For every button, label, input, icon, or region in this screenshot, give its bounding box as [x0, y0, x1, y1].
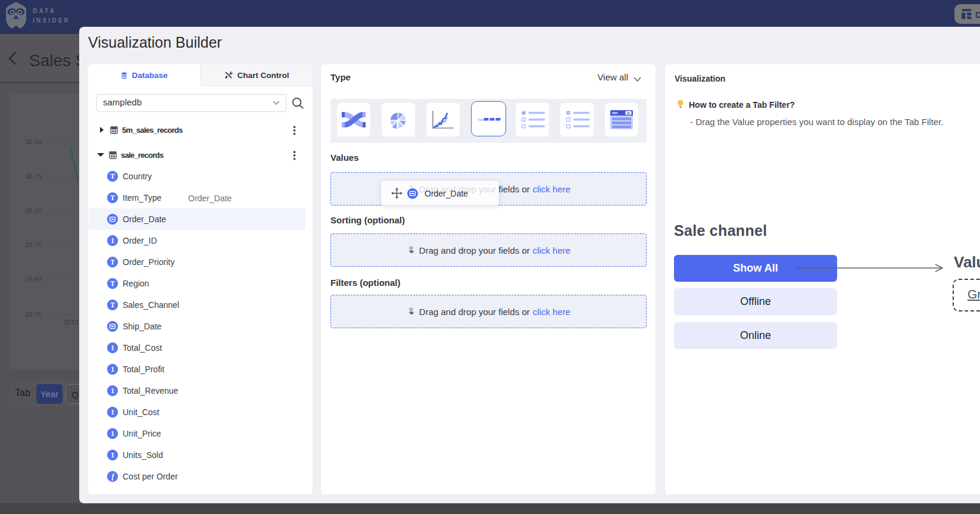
svg-text:T: T — [110, 301, 115, 309]
svg-text:1: 1 — [111, 451, 114, 459]
svg-text:T: T — [110, 194, 115, 201]
svg-text:1: 1 — [111, 366, 114, 373]
svg-text:T: T — [110, 173, 115, 180]
svg-text:T: T — [110, 280, 115, 287]
svg-text:Tab: Tab — [477, 118, 483, 122]
svg-text:1: 1 — [111, 430, 114, 437]
svg-text:1: 1 — [111, 237, 114, 244]
svg-text:T: T — [110, 258, 115, 266]
svg-text:1: 1 — [111, 387, 114, 394]
svg-text:1: 1 — [111, 409, 114, 416]
svg-text:1: 1 — [111, 344, 114, 351]
